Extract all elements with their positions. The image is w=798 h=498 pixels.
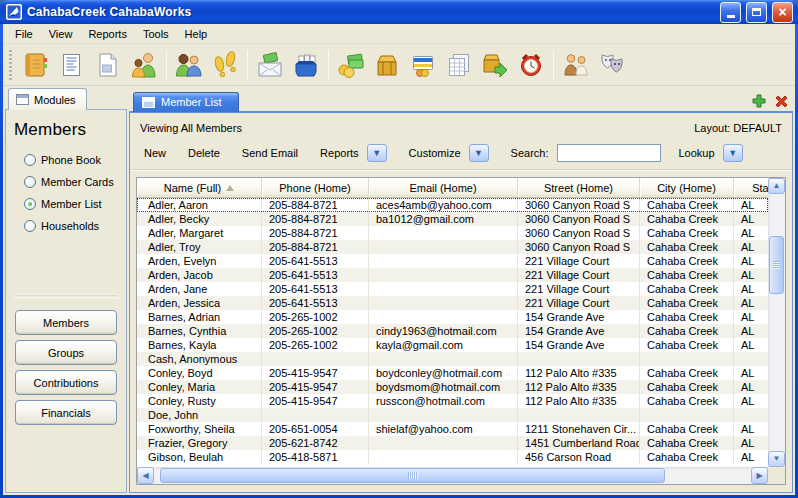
contributions-module-button[interactable]: Contributions (15, 370, 117, 395)
column-header-email-home-[interactable]: Email (Home) (369, 178, 518, 197)
table-row[interactable]: Barnes, Adrian205-265-1002154 Grande Ave… (137, 310, 768, 324)
cell: aces4amb@yahoo.com (369, 198, 518, 212)
cell: 221 Village Court (518, 282, 640, 296)
menu-view[interactable]: View (41, 26, 81, 42)
cell: 205-884-8721 (262, 212, 369, 226)
delete-button[interactable]: Delete (188, 147, 220, 159)
module-option-member-cards[interactable]: Member Cards (24, 176, 120, 188)
cell (369, 226, 518, 240)
cell: 221 Village Court (518, 268, 640, 282)
table-row[interactable]: Adler, Becky205-884-8721ba1012@gmail.com… (137, 212, 768, 226)
menu-reports[interactable]: Reports (80, 26, 135, 42)
cell: 456 Carson Road (518, 450, 640, 464)
table-row[interactable]: Conley, Boyd205-415-9547boydconley@hotma… (137, 366, 768, 380)
table-row[interactable]: Adler, Margaret205-884-87213060 Canyon R… (137, 226, 768, 240)
table-row[interactable]: Barnes, Cynthia205-265-1002cindy1963@hot… (137, 324, 768, 338)
table-row[interactable]: Arden, Jacob205-641-5513221 Village Cour… (137, 268, 768, 282)
cell: Cahaba Creek (640, 366, 734, 380)
viewing-status-text: Viewing All Members (140, 122, 242, 134)
search-input[interactable] (557, 144, 661, 162)
cell: AL (734, 422, 768, 436)
reports-dropdown-button[interactable]: ▼ (367, 144, 387, 162)
customize-dropdown-button[interactable]: ▼ (469, 144, 489, 162)
scroll-up-button[interactable]: ▲ (768, 178, 785, 194)
events-button[interactable] (594, 47, 630, 83)
module-option-households[interactable]: Households (24, 220, 120, 232)
maximize-button[interactable] (746, 2, 767, 23)
column-header-stat-[interactable]: Stat. (734, 178, 768, 197)
cell: 205-621-8742 (262, 436, 369, 450)
window-icon (142, 97, 155, 108)
column-header-city-home-[interactable]: City (Home) (640, 178, 734, 197)
table-row[interactable]: Foxworthy, Sheila205-651-0054shielaf@yah… (137, 422, 768, 436)
table-body: Adler, Aaron205-884-8721aces4amb@yahoo.c… (137, 198, 768, 467)
tab-member-list[interactable]: Member List (133, 92, 239, 112)
households-button[interactable] (126, 47, 162, 83)
send-email-button[interactable]: Send Email (242, 147, 298, 159)
contributions-button[interactable] (252, 47, 288, 83)
reminders-button[interactable] (513, 47, 549, 83)
column-header-street-home-[interactable]: Street (Home) (518, 178, 640, 197)
table-row[interactable]: Conley, Maria205-415-9547boydsmom@hotmai… (137, 380, 768, 394)
export-button[interactable] (477, 47, 513, 83)
menu-file[interactable]: File (7, 26, 41, 42)
batches-button[interactable] (288, 47, 324, 83)
horizontal-scroll-thumb[interactable] (160, 468, 665, 483)
funds-button[interactable] (369, 47, 405, 83)
close-tab-button[interactable] (774, 94, 789, 108)
add-tab-button[interactable] (752, 94, 766, 108)
menu-help[interactable]: Help (177, 26, 216, 42)
table-row[interactable]: Frazier, Gregory205-621-87421451 Cumberl… (137, 436, 768, 450)
horizontal-scrollbar[interactable]: ◀ ▶ (137, 467, 768, 484)
member-list-button[interactable] (90, 47, 126, 83)
sidebar-tab-label: Modules (34, 94, 76, 106)
table-row[interactable]: Arden, Jane205-641-5513221 Village Court… (137, 282, 768, 296)
cell: shielaf@yahoo.com (369, 422, 518, 436)
attendance-button[interactable] (207, 47, 243, 83)
members-module-button[interactable]: Members (15, 310, 117, 335)
table-row[interactable]: Adler, Aaron205-884-8721aces4amb@yahoo.c… (137, 198, 768, 212)
table-row[interactable]: Doe, John (137, 408, 768, 422)
scroll-right-button[interactable]: ▶ (751, 467, 768, 484)
table-row[interactable]: Gibson, Beulah205-418-5871456 Carson Roa… (137, 450, 768, 464)
people-pair-button[interactable] (558, 47, 594, 83)
module-option-member-list[interactable]: Member List (24, 198, 120, 210)
close-button[interactable]: × (772, 2, 793, 23)
table-row[interactable]: Arden, Jessica205-641-5513221 Village Co… (137, 296, 768, 310)
customize-button[interactable]: Customize (409, 147, 461, 159)
table-row[interactable]: Barnes, Kayla205-265-1002kayla@gmail.com… (137, 338, 768, 352)
finances-button[interactable] (333, 47, 369, 83)
cell: Gibson, Beulah (137, 450, 262, 464)
column-header-phone-home-[interactable]: Phone (Home) (262, 178, 369, 197)
budget-button[interactable] (441, 47, 477, 83)
lookup-button[interactable]: Lookup (679, 147, 715, 159)
cell: kayla@gmail.com (369, 338, 518, 352)
scroll-down-button[interactable]: ▼ (768, 451, 785, 467)
toolbar-grip-handle[interactable] (9, 50, 12, 80)
groups-button[interactable] (171, 47, 207, 83)
table-row[interactable]: Cash, Anonymous (137, 352, 768, 366)
column-header-name-full-[interactable]: Name (Full) (137, 178, 262, 197)
table-row[interactable]: Arden, Evelyn205-641-5513221 Village Cou… (137, 254, 768, 268)
vertical-scroll-thumb[interactable] (769, 236, 784, 294)
reports-button[interactable]: Reports (320, 147, 359, 159)
cell (262, 352, 369, 366)
new-button[interactable]: New (144, 147, 166, 159)
financials-module-button[interactable]: Financials (15, 400, 117, 425)
tab-modules[interactable]: Modules (8, 88, 87, 110)
menu-tools[interactable]: Tools (135, 26, 177, 42)
groups-module-button[interactable]: Groups (15, 340, 117, 365)
table-row[interactable]: Adler, Troy205-884-87213060 Canyon Road … (137, 240, 768, 254)
lookup-dropdown-button[interactable]: ▼ (723, 144, 743, 162)
minimize-button[interactable] (720, 2, 741, 23)
payments-icon (408, 50, 438, 80)
phonebook-button[interactable] (18, 47, 54, 83)
table-row[interactable]: Conley, Rusty205-415-9547russcon@hotmail… (137, 394, 768, 408)
payments-button[interactable] (405, 47, 441, 83)
scroll-left-button[interactable]: ◀ (137, 467, 154, 484)
vertical-scrollbar[interactable]: ▲ ▼ (768, 178, 785, 467)
cell: 205-641-5513 (262, 296, 369, 310)
member-cards-button[interactable] (54, 47, 90, 83)
cell: Arden, Jacob (137, 268, 262, 282)
module-option-phone-book[interactable]: Phone Book (24, 154, 120, 166)
